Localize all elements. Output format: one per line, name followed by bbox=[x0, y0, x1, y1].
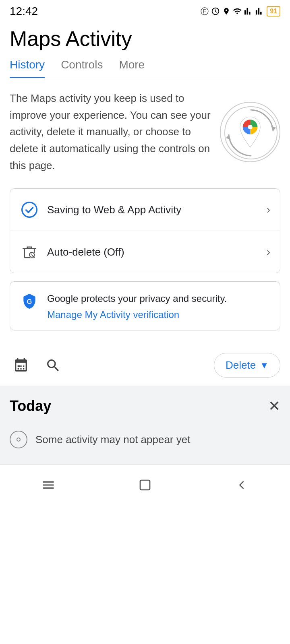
tabs: History Controls More bbox=[10, 58, 280, 78]
svg-marker-2 bbox=[226, 135, 231, 140]
auto-delete-item[interactable]: Auto-delete (Off) › bbox=[10, 231, 280, 273]
search-button[interactable] bbox=[42, 354, 64, 377]
svg-rect-10 bbox=[140, 480, 150, 490]
signal-icon bbox=[244, 7, 253, 16]
tab-controls[interactable]: Controls bbox=[61, 58, 103, 78]
signal-icon-2 bbox=[255, 7, 264, 16]
delete-button[interactable]: Delete ▼ bbox=[214, 353, 280, 378]
svg-text:G: G bbox=[27, 298, 32, 305]
bottom-nav bbox=[0, 464, 290, 508]
auto-delete-label: Auto-delete (Off) bbox=[47, 246, 259, 258]
facebook-icon: Ⓕ bbox=[201, 6, 209, 17]
close-today-button[interactable]: ✕ bbox=[268, 398, 280, 415]
notice-dot bbox=[17, 438, 21, 442]
privacy-text-container: Google protects your privacy and securit… bbox=[47, 291, 270, 320]
svg-marker-1 bbox=[271, 126, 276, 131]
calendar-button[interactable] bbox=[10, 354, 32, 377]
chevron-right-icon-2: › bbox=[267, 246, 270, 258]
status-time: 12:42 bbox=[10, 5, 38, 18]
delete-button-label: Delete bbox=[226, 359, 256, 372]
status-icons: Ⓕ 91 bbox=[201, 6, 280, 17]
tab-more[interactable]: More bbox=[119, 58, 145, 78]
manage-activity-link[interactable]: Manage My Activity verification bbox=[47, 309, 179, 320]
menu-nav-button[interactable] bbox=[36, 473, 60, 497]
notice-text: Some activity may not appear yet bbox=[35, 433, 190, 446]
maps-logo-circle bbox=[220, 102, 280, 162]
location-icon bbox=[222, 7, 230, 15]
today-section: Today ✕ Some activity may not appear yet bbox=[0, 386, 290, 464]
today-title: Today bbox=[10, 398, 51, 415]
google-shield-icon: G bbox=[20, 291, 39, 311]
settings-card: Saving to Web & App Activity › Auto-dele… bbox=[10, 188, 280, 273]
check-circle-icon bbox=[20, 200, 39, 219]
circular-arrows-icon bbox=[221, 103, 281, 163]
alarm-icon bbox=[211, 7, 220, 16]
saving-activity-item[interactable]: Saving to Web & App Activity › bbox=[10, 189, 280, 231]
delete-dropdown-arrow-icon: ▼ bbox=[260, 360, 269, 371]
auto-delete-icon bbox=[20, 242, 39, 262]
svg-point-0 bbox=[225, 107, 277, 159]
saving-activity-label: Saving to Web & App Activity bbox=[47, 204, 259, 216]
status-bar: 12:42 Ⓕ 91 bbox=[0, 0, 290, 21]
home-nav-button[interactable] bbox=[133, 473, 157, 497]
svg-point-9 bbox=[18, 365, 20, 367]
action-bar: Delete ▼ bbox=[10, 345, 280, 386]
tab-history[interactable]: History bbox=[10, 58, 45, 78]
chevron-right-icon: › bbox=[267, 203, 270, 216]
wifi-icon bbox=[233, 7, 242, 16]
page-title: Maps Activity bbox=[10, 21, 280, 58]
maps-logo-container bbox=[220, 102, 280, 162]
main-content: Maps Activity History Controls More The … bbox=[0, 21, 290, 386]
today-header: Today ✕ bbox=[10, 398, 280, 415]
battery-icon: 91 bbox=[267, 6, 280, 17]
notice-circle-icon bbox=[10, 431, 27, 448]
back-nav-button[interactable] bbox=[230, 473, 254, 497]
activity-notice: Some activity may not appear yet bbox=[10, 431, 280, 448]
description-text: The Maps activity you keep is used to im… bbox=[10, 90, 212, 174]
svg-point-4 bbox=[22, 202, 37, 217]
privacy-description: Google protects your privacy and securit… bbox=[47, 291, 270, 306]
privacy-card: G Google protects your privacy and secur… bbox=[10, 281, 280, 330]
description-section: The Maps activity you keep is used to im… bbox=[10, 90, 280, 174]
